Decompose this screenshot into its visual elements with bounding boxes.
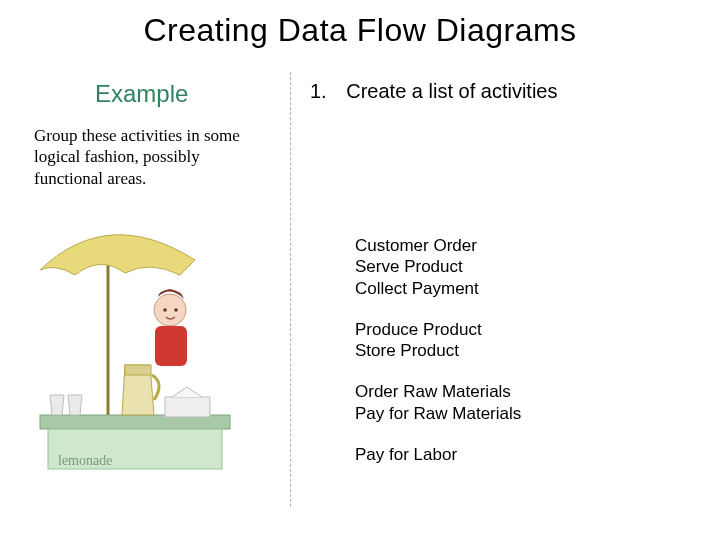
- step-text: Create a list of activities: [346, 80, 557, 102]
- example-heading: Example: [95, 80, 188, 108]
- activity-group: Customer Order Serve Product Collect Pay…: [355, 235, 521, 299]
- svg-rect-8: [125, 365, 151, 375]
- activity-group: Produce Product Store Product: [355, 319, 521, 362]
- svg-rect-9: [165, 397, 210, 417]
- activity-item: Customer Order: [355, 235, 521, 256]
- svg-point-2: [163, 308, 167, 312]
- activity-item: Order Raw Materials: [355, 381, 521, 402]
- instruction-note: Group these activities in some logical f…: [34, 125, 259, 189]
- activity-item: Pay for Labor: [355, 444, 521, 465]
- step-item: 1. Create a list of activities: [310, 80, 557, 103]
- step-number: 1.: [310, 80, 327, 102]
- lemonade-stand-illustration: lemonade: [30, 215, 240, 485]
- activity-item: Pay for Raw Materials: [355, 403, 521, 424]
- page-title: Creating Data Flow Diagrams: [0, 12, 720, 49]
- activity-item: Produce Product: [355, 319, 521, 340]
- svg-point-3: [174, 308, 178, 312]
- svg-text:lemonade: lemonade: [58, 453, 112, 468]
- svg-rect-4: [155, 326, 187, 366]
- activity-group: Order Raw Materials Pay for Raw Material…: [355, 381, 521, 424]
- activity-item: Collect Payment: [355, 278, 521, 299]
- divider: [290, 72, 291, 507]
- svg-point-1: [154, 294, 186, 326]
- activity-item: Serve Product: [355, 256, 521, 277]
- activity-groups: Customer Order Serve Product Collect Pay…: [355, 235, 521, 485]
- activity-item: Store Product: [355, 340, 521, 361]
- slide: Creating Data Flow Diagrams Example Grou…: [0, 0, 720, 540]
- activity-group: Pay for Labor: [355, 444, 521, 465]
